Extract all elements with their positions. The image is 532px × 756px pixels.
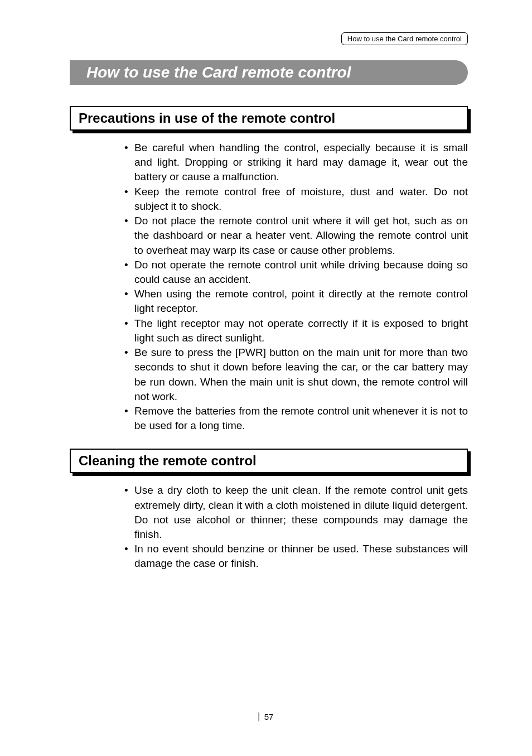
page-title-bar: How to use the Card remote control	[70, 60, 468, 85]
section2-heading-text: Cleaning the remote control	[79, 453, 257, 468]
header-tag-text: How to use the Card remote control	[347, 35, 462, 43]
list-item: Do not operate the remote control unit w…	[123, 258, 468, 287]
list-item: Use a dry cloth to keep the unit clean. …	[123, 483, 468, 542]
list-item: When using the remote control, point it …	[123, 287, 468, 316]
page: How to use the Card remote control How t…	[0, 0, 532, 756]
list-item: Remove the batteries from the remote con…	[123, 404, 468, 433]
list-item: Do not place the remote control unit whe…	[123, 214, 468, 258]
page-title: How to use the Card remote control	[86, 64, 351, 81]
list-item: Be sure to press the [PWR] button on the…	[123, 345, 468, 404]
page-number: 57	[259, 712, 274, 721]
list-item: In no event should benzine or thinner be…	[123, 542, 468, 571]
list-item: Be careful when handling the control, es…	[123, 141, 468, 185]
header-tag: How to use the Card remote control	[341, 32, 468, 45]
page-number-text: 57	[264, 712, 274, 721]
section-heading-precautions: Precautions in use of the remote control	[70, 106, 468, 131]
list-item: Keep the remote control free of moisture…	[123, 185, 468, 214]
cleaning-list: Use a dry cloth to keep the unit clean. …	[123, 483, 468, 571]
heading-box: Cleaning the remote control	[70, 449, 468, 473]
section1-heading-text: Precautions in use of the remote control	[79, 110, 335, 126]
heading-box: Precautions in use of the remote control	[70, 106, 468, 131]
precautions-list: Be careful when handling the control, es…	[123, 141, 468, 433]
section-heading-cleaning: Cleaning the remote control	[70, 449, 468, 473]
list-item: The light receptor may not operate corre…	[123, 316, 468, 345]
